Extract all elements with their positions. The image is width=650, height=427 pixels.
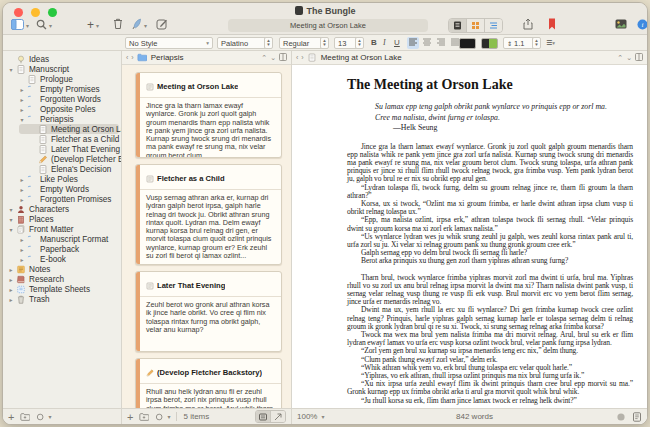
binder-item-ideas[interactable]: Ideas [3,54,121,64]
chevron-right-icon[interactable]: ▸ [18,256,26,263]
media-button[interactable] [615,18,627,32]
underline-button[interactable]: U [394,37,400,48]
index-card[interactable]: Later That EveningZeuhl berot wo gronk a… [135,271,282,352]
writing-goal-button[interactable] [616,412,626,422]
add-folder-button[interactable] [20,412,30,422]
style-select[interactable]: No Style▾ [125,37,213,49]
chevron-down-icon[interactable]: ▾ [7,206,15,213]
quill-button[interactable]: ▾ [132,18,147,32]
binder-item-like-poles[interactable]: ▸Like Poles [3,174,121,184]
binder-item-manuscript[interactable]: ▾Manuscript [3,64,121,74]
italic-button[interactable]: I [383,37,386,48]
add-document-button[interactable]: + [127,411,133,423]
binder-item-places[interactable]: ▾Places [3,214,121,224]
compose-button[interactable] [156,18,168,32]
back-button[interactable]: ‹ [296,54,298,61]
quick-reference-button[interactable] [632,412,642,422]
bookmark-button[interactable] [548,18,556,32]
binder-item-empty-words[interactable]: ▸Empty Words [3,184,121,194]
chevron-right-icon[interactable]: ▸ [7,266,15,273]
back-button[interactable]: ‹ [126,54,128,61]
spacing-stepper[interactable]: ▲▼ [532,37,541,49]
search-field[interactable]: Meeting at Orson Lake [228,19,428,32]
binder-item-manuscript-format[interactable]: ▸Manuscript Format [3,234,121,244]
search-button[interactable]: ▾ [36,18,52,32]
chevron-right-icon[interactable]: ▸ [7,296,15,303]
zoom-select[interactable]: 100%▾ [297,412,357,421]
add-item-button[interactable]: + ▾ [87,18,99,32]
chevron-right-icon[interactable]: ▸ [7,286,15,293]
chevron-right-icon[interactable]: ▸ [18,176,26,183]
forward-button[interactable]: › [131,54,133,61]
binder-item-prologue[interactable]: Prologue [3,74,121,84]
chevron-down-icon[interactable]: ▾ [7,66,15,73]
binder-item-meeting-at-orson-lake[interactable]: Meeting at Orson Lake [3,124,121,134]
nav-up-button[interactable]: ⌃ [261,54,267,62]
editor-text-area[interactable]: The Meeting at Orson Lake Su lamax epp t… [292,65,647,408]
binder-item-research[interactable]: ▸Research [3,274,121,284]
chevron-down-icon[interactable]: ▾ [18,116,26,123]
size-stepper[interactable]: ▲▼ [355,37,364,49]
corkboard-view-button[interactable] [466,19,484,32]
index-card[interactable]: Fletcher as a ChildVusp sernag athran ar… [135,164,282,265]
align-right-button[interactable] [435,37,447,49]
outline-view-button[interactable] [484,19,502,32]
add-folder-button[interactable] [139,412,149,422]
chevron-right-icon[interactable]: ▸ [18,186,26,193]
index-card[interactable]: (Develop Fletcher Backstory)Rhull anu he… [135,358,282,408]
binder-item-notes[interactable]: ▸Notes [3,264,121,274]
binder-item-paperback[interactable]: ▸Paperback [3,244,121,254]
trash-button[interactable] [113,18,123,32]
index-card[interactable]: Meeting at Orson LakeJince gra la tharn … [135,72,282,158]
chevron-right-icon[interactable]: ▸ [18,236,26,243]
binder-item-later-that-evening[interactable]: Later That Evening [3,144,121,154]
binder-item-fletcher-as-a-child[interactable]: Fletcher as a Child [3,134,121,144]
text-color-swatch[interactable] [459,38,476,49]
action-menu-button[interactable]: ▾ [155,412,170,422]
binder-item-elena-s-decision[interactable]: Elena's Decision [3,164,121,174]
binder-item-opposite-poles[interactable]: ▸Opposite Poles [3,104,121,114]
align-center-button[interactable] [421,37,433,49]
align-left-button[interactable] [407,37,419,49]
binder-item-characters[interactable]: ▾Characters [3,204,121,214]
split-view-button[interactable] [635,53,643,62]
font-select[interactable]: Palatino [217,37,269,49]
bold-button[interactable]: B [371,37,377,48]
chevron-right-icon[interactable]: ▸ [18,86,26,93]
action-menu-button[interactable]: ▾ [36,412,51,422]
list-style-button[interactable]: ☰▾ [546,37,555,48]
split-view-button[interactable] [279,53,287,62]
chevron-right-icon[interactable]: ▸ [18,196,26,203]
binder-item-template-sheets[interactable]: ▸Template Sheets [3,284,121,294]
binder-item-develop-fletcher-backstory[interactable]: (Develop Fletcher Backstory) [3,154,121,164]
share-button[interactable] [523,18,533,32]
highlight-color-swatch[interactable] [481,38,498,49]
binder-item-trash[interactable]: ▸Trash [3,294,121,304]
info-button[interactable]: i [637,18,648,32]
variant-stepper[interactable]: ▲▼ [320,37,329,49]
chevron-down-icon[interactable]: ▾ [7,226,15,233]
chevron-right-icon[interactable]: ▸ [18,106,26,113]
binder-item-periapsis[interactable]: ▾Periapsis [3,114,121,124]
chevron-right-icon[interactable]: ▸ [18,246,26,253]
chevron-right-icon[interactable]: ▸ [18,96,26,103]
binder-item-forgotten-promises[interactable]: ▸Forgotten Promises [3,194,121,204]
grid-mode-button[interactable] [256,411,270,422]
chevron-right-icon[interactable]: ▸ [7,276,15,283]
nav-up-button[interactable]: ⌃ [617,54,623,62]
chevron-down-icon[interactable]: ▾ [7,216,15,223]
nav-down-button[interactable]: ⌄ [626,54,632,62]
forward-button[interactable]: › [301,54,303,61]
binder-item-front-matter[interactable]: ▾Front Matter [3,224,121,234]
document-view-button[interactable] [449,19,466,32]
font-stepper[interactable]: ▲▼ [264,37,273,49]
nav-down-button[interactable]: ⌄ [270,54,276,62]
binder-item-e-book[interactable]: ▸E-book [3,254,121,264]
binder-item-forgotten-words[interactable]: ▸Forgotten Words [3,94,121,104]
corkboard[interactable]: Meeting at Orson LakeJince gra la tharn … [122,65,291,408]
add-document-button[interactable]: + [8,411,14,423]
binder-toggle-button[interactable]: ▾ [11,18,29,32]
variant-select[interactable]: Regular [279,37,325,49]
freeform-mode-button[interactable] [270,411,285,422]
binder-item-empty-promises[interactable]: ▸Empty Promises [3,84,121,94]
